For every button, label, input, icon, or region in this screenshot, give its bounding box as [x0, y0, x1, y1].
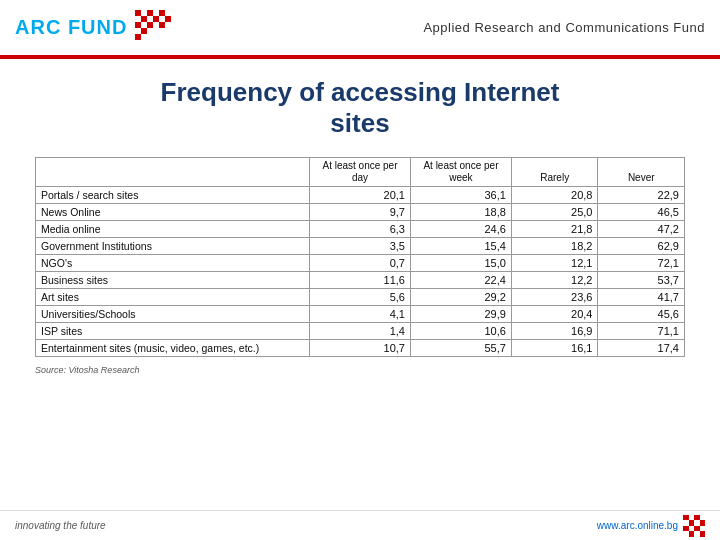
table-row: Art sites 5,6 29,2 23,6 41,7 — [36, 289, 685, 306]
row-never: 53,7 — [598, 272, 685, 289]
table-row: Portals / search sites 20,1 36,1 20,8 22… — [36, 187, 685, 204]
row-rarely: 12,1 — [511, 255, 598, 272]
row-label: Universities/Schools — [36, 306, 310, 323]
row-day: 1,4 — [310, 323, 411, 340]
table-row: Media online 6,3 24,6 21,8 47,2 — [36, 221, 685, 238]
row-label: NGO's — [36, 255, 310, 272]
row-rarely: 16,9 — [511, 323, 598, 340]
row-rarely: 23,6 — [511, 289, 598, 306]
row-never: 72,1 — [598, 255, 685, 272]
logo-checkerboard: const cb = document.currentScript.parent… — [135, 10, 171, 46]
col-header-never: Never — [598, 158, 685, 187]
logo-text: ARC FUND — [15, 16, 127, 39]
row-rarely: 20,4 — [511, 306, 598, 323]
row-rarely: 16,1 — [511, 340, 598, 357]
row-day: 5,6 — [310, 289, 411, 306]
row-never: 41,7 — [598, 289, 685, 306]
header: ARC FUND const cb = document.currentScri… — [0, 0, 720, 55]
row-never: 62,9 — [598, 238, 685, 255]
table-header-row: At least once per day At least once per … — [36, 158, 685, 187]
table-row: Entertainment sites (music, video, games… — [36, 340, 685, 357]
footer-tagline: innovating the future — [15, 520, 106, 531]
table-row: Government Institutions 3,5 15,4 18,2 62… — [36, 238, 685, 255]
row-rarely: 20,8 — [511, 187, 598, 204]
row-day: 0,7 — [310, 255, 411, 272]
tagline-text: Applied Research and Communications Fund — [423, 20, 705, 35]
row-label: Art sites — [36, 289, 310, 306]
row-never: 47,2 — [598, 221, 685, 238]
col-header-label — [36, 158, 310, 187]
row-label: News Online — [36, 204, 310, 221]
table-row: Universities/Schools 4,1 29,9 20,4 45,6 — [36, 306, 685, 323]
row-day: 20,1 — [310, 187, 411, 204]
source-text: Source: Vitosha Research — [35, 365, 685, 375]
header-tagline: Applied Research and Communications Fund — [423, 20, 705, 35]
row-label: Business sites — [36, 272, 310, 289]
row-never: 71,1 — [598, 323, 685, 340]
row-week: 24,6 — [410, 221, 511, 238]
row-label: Government Institutions — [36, 238, 310, 255]
row-day: 9,7 — [310, 204, 411, 221]
footer-checkerboard: const fcb = document.currentScript.paren… — [683, 515, 705, 537]
col-header-day: At least once per day — [310, 158, 411, 187]
frequency-table: At least once per day At least once per … — [35, 157, 685, 357]
row-never: 46,5 — [598, 204, 685, 221]
row-week: 18,8 — [410, 204, 511, 221]
table-row: News Online 9,7 18,8 25,0 46,5 — [36, 204, 685, 221]
col-header-rarely: Rarely — [511, 158, 598, 187]
row-week: 22,4 — [410, 272, 511, 289]
row-day: 6,3 — [310, 221, 411, 238]
row-day: 3,5 — [310, 238, 411, 255]
col-header-week: At least once per week — [410, 158, 511, 187]
row-label: Entertainment sites (music, video, games… — [36, 340, 310, 357]
row-day: 4,1 — [310, 306, 411, 323]
table-row: ISP sites 1,4 10,6 16,9 71,1 — [36, 323, 685, 340]
row-never: 45,6 — [598, 306, 685, 323]
row-label: Media online — [36, 221, 310, 238]
row-week: 29,9 — [410, 306, 511, 323]
row-label: Portals / search sites — [36, 187, 310, 204]
row-week: 29,2 — [410, 289, 511, 306]
row-week: 36,1 — [410, 187, 511, 204]
footer: innovating the future www.arc.online.bg … — [0, 510, 720, 540]
row-day: 10,7 — [310, 340, 411, 357]
row-rarely: 21,8 — [511, 221, 598, 238]
row-label: ISP sites — [36, 323, 310, 340]
table-row: Business sites 11,6 22,4 12,2 53,7 — [36, 272, 685, 289]
table-row: NGO's 0,7 15,0 12,1 72,1 — [36, 255, 685, 272]
row-rarely: 12,2 — [511, 272, 598, 289]
row-week: 10,6 — [410, 323, 511, 340]
footer-right: www.arc.online.bg const fcb = document.c… — [597, 515, 705, 537]
logo-area: ARC FUND const cb = document.currentScri… — [15, 10, 171, 46]
row-never: 17,4 — [598, 340, 685, 357]
row-rarely: 25,0 — [511, 204, 598, 221]
row-rarely: 18,2 — [511, 238, 598, 255]
row-day: 11,6 — [310, 272, 411, 289]
row-never: 22,9 — [598, 187, 685, 204]
row-week: 15,0 — [410, 255, 511, 272]
footer-website: www.arc.online.bg — [597, 520, 678, 531]
row-week: 15,4 — [410, 238, 511, 255]
main-content: Frequency of accessing Internet sites At… — [0, 59, 720, 510]
row-week: 55,7 — [410, 340, 511, 357]
page-title: Frequency of accessing Internet sites — [35, 77, 685, 139]
